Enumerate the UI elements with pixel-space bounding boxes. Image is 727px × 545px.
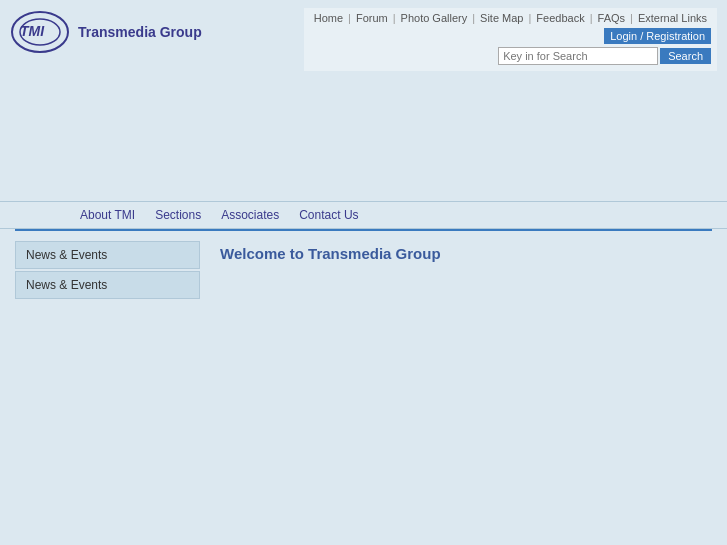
nav-home[interactable]: Home (310, 12, 347, 24)
secondary-nav-sections[interactable]: Sections (155, 208, 201, 222)
login-row: Login / Registration (310, 28, 711, 44)
sidebar-item-news-events-1[interactable]: News & Events (15, 241, 200, 269)
nav-feedback[interactable]: Feedback (532, 12, 588, 24)
svg-text:TMI: TMI (20, 23, 45, 39)
secondary-nav: About TMI Sections Associates Contact Us (0, 201, 727, 229)
tmi-logo: TMI (10, 8, 70, 56)
logo-area: TMI Transmedia Group (10, 8, 202, 56)
secondary-nav-contact[interactable]: Contact Us (299, 208, 358, 222)
sidebar: News & Events News & Events (15, 241, 200, 301)
nav-external-links[interactable]: External Links (634, 12, 711, 24)
login-button[interactable]: Login / Registration (604, 28, 711, 44)
nav-faqs[interactable]: FAQs (594, 12, 630, 24)
top-nav: Home | Forum | Photo Gallery | Site Map … (310, 12, 711, 24)
main-content: News & Events News & Events Welcome to T… (0, 231, 727, 311)
sidebar-item-label-2: News & Events (26, 278, 107, 292)
search-button[interactable]: Search (660, 48, 711, 64)
header: TMI Transmedia Group Home | Forum | Phot… (0, 0, 727, 71)
sidebar-item-news-events-2[interactable]: News & Events (15, 271, 200, 299)
search-input[interactable] (498, 47, 658, 65)
top-nav-area: Home | Forum | Photo Gallery | Site Map … (304, 8, 717, 71)
secondary-nav-about[interactable]: About TMI (80, 208, 135, 222)
search-row: Search (498, 47, 711, 65)
welcome-title: Welcome to Transmedia Group (220, 245, 692, 262)
site-title: Transmedia Group (78, 24, 202, 40)
content-area: Welcome to Transmedia Group (200, 241, 712, 301)
secondary-nav-associates[interactable]: Associates (221, 208, 279, 222)
sidebar-item-label-1: News & Events (26, 248, 107, 262)
nav-forum[interactable]: Forum (352, 12, 392, 24)
nav-photo-gallery[interactable]: Photo Gallery (397, 12, 472, 24)
nav-site-map[interactable]: Site Map (476, 12, 527, 24)
banner-area (0, 71, 727, 201)
